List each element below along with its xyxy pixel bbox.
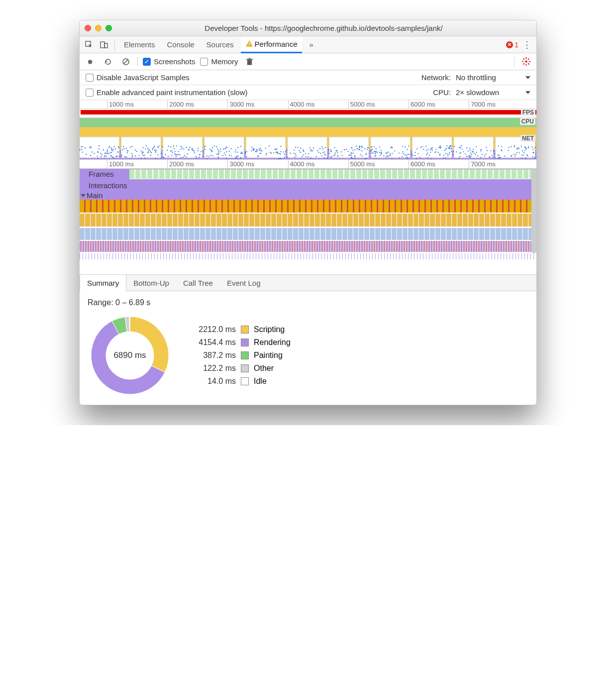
tab-sources[interactable]: Sources: [202, 36, 239, 53]
svg-point-566: [176, 145, 177, 146]
svg-point-301: [130, 146, 131, 147]
svg-point-321: [241, 151, 242, 152]
svg-point-616: [450, 145, 451, 146]
svg-point-538: [203, 150, 204, 151]
svg-point-403: [487, 150, 488, 151]
svg-point-402: [312, 150, 313, 151]
svg-point-407: [237, 158, 238, 159]
svg-point-197: [206, 158, 207, 159]
svg-point-51: [534, 157, 535, 158]
minimize-window-button[interactable]: [95, 25, 102, 31]
error-count-badge[interactable]: ✕ 1: [506, 41, 518, 49]
svg-point-230: [82, 146, 83, 147]
svg-point-530: [226, 147, 227, 148]
svg-point-472: [449, 146, 450, 147]
detail-ruler[interactable]: 1000 ms2000 ms3000 ms4000 ms5000 ms6000 …: [80, 160, 536, 169]
overview-fps-track[interactable]: FPS: [80, 109, 536, 118]
svg-point-91: [409, 154, 410, 155]
garbage-collect-icon[interactable]: [243, 55, 256, 68]
svg-point-93: [313, 147, 314, 148]
svg-point-81: [480, 157, 481, 158]
svg-point-243: [372, 153, 373, 154]
ruler-tick: 6000 ms: [409, 100, 435, 109]
device-toolbar-icon[interactable]: [98, 38, 110, 51]
frames-track[interactable]: Frames: [80, 169, 536, 179]
interactions-track[interactable]: Interactions: [80, 179, 536, 191]
tab-performance[interactable]: Performance: [241, 36, 303, 53]
svg-point-77: [123, 146, 124, 147]
svg-rect-29: [371, 137, 411, 158]
svg-point-184: [257, 150, 258, 151]
svg-point-229: [308, 156, 308, 157]
svg-point-259: [528, 146, 529, 147]
svg-point-383: [386, 156, 387, 157]
window-title: Developer Tools - https://googlechrome.g…: [116, 24, 531, 32]
record-button[interactable]: ●: [84, 55, 97, 68]
svg-point-125: [173, 145, 174, 146]
inspect-element-icon[interactable]: [83, 38, 96, 51]
svg-point-437: [224, 148, 225, 149]
option-row-1: Disable JavaScript Samples Network: No t…: [80, 70, 536, 85]
cpu-throttle-select[interactable]: 2× slowdown: [456, 88, 530, 97]
svg-point-581: [82, 151, 83, 152]
svg-point-78: [341, 151, 342, 152]
ruler-tick: 7000 ms: [469, 100, 496, 109]
svg-point-215: [333, 155, 334, 156]
svg-line-6: [124, 60, 128, 64]
svg-point-529: [459, 147, 460, 148]
svg-point-117: [431, 148, 432, 149]
overview-ruler[interactable]: 1000 ms2000 ms3000 ms4000 ms5000 ms6000 …: [80, 100, 536, 109]
tab-elements[interactable]: Elements: [119, 36, 160, 53]
zoom-window-button[interactable]: [105, 25, 112, 31]
memory-checkbox[interactable]: Memory: [200, 57, 238, 66]
svg-point-539: [439, 153, 440, 154]
svg-point-504: [124, 148, 125, 149]
clear-button[interactable]: [119, 55, 132, 68]
overview-net-track[interactable]: NET: [80, 135, 536, 160]
capture-settings-icon[interactable]: [519, 55, 532, 68]
svg-point-584: [194, 150, 195, 151]
main-track-header[interactable]: Main: [80, 191, 536, 200]
svg-point-255: [294, 153, 295, 154]
kebab-menu-icon[interactable]: ⋮: [520, 38, 533, 51]
svg-point-196: [187, 154, 188, 155]
tab-call-tree[interactable]: Call Tree: [176, 275, 220, 291]
disable-js-samples-checkbox[interactable]: Disable JavaScript Samples: [86, 73, 190, 82]
svg-point-327: [217, 148, 218, 149]
svg-point-182: [522, 150, 523, 151]
svg-point-579: [480, 150, 481, 151]
tab-bottom-up[interactable]: Bottom-Up: [126, 275, 176, 291]
legend-swatch: [241, 377, 249, 385]
legend-value: 387.2 ms: [186, 351, 236, 360]
svg-point-236: [438, 147, 439, 148]
reload-record-button[interactable]: [102, 55, 114, 68]
svg-point-471: [406, 155, 407, 156]
svg-point-487: [346, 149, 347, 150]
svg-point-416: [391, 147, 392, 148]
svg-point-580: [172, 152, 173, 153]
svg-point-594: [445, 153, 446, 154]
svg-point-45: [416, 148, 417, 149]
svg-point-291: [308, 153, 309, 154]
svg-point-500: [471, 154, 472, 155]
flame-chart[interactable]: [80, 200, 536, 274]
close-window-button[interactable]: [85, 25, 91, 31]
screenshots-checkbox[interactable]: ✓ Screenshots: [143, 57, 195, 66]
tab-summary[interactable]: Summary: [80, 275, 126, 291]
tab-console[interactable]: Console: [162, 36, 200, 53]
svg-point-484: [508, 150, 509, 151]
svg-rect-30: [412, 137, 452, 158]
svg-point-349: [223, 149, 224, 150]
svg-point-522: [360, 154, 361, 155]
svg-point-602: [303, 149, 304, 150]
network-throttle-select[interactable]: No throttling: [456, 73, 530, 82]
tabs-overflow-button[interactable]: »: [304, 36, 318, 53]
svg-point-195: [165, 154, 166, 155]
tab-event-log[interactable]: Event Log: [220, 275, 268, 291]
advanced-paint-checkbox[interactable]: Enable advanced paint instrumentation (s…: [86, 88, 248, 97]
svg-rect-7: [247, 60, 252, 65]
legend-label: Idle: [254, 377, 267, 386]
vertical-scrollbar[interactable]: [531, 169, 536, 253]
legend-swatch: [241, 364, 249, 372]
overview-cpu-track[interactable]: CPU: [80, 118, 536, 135]
